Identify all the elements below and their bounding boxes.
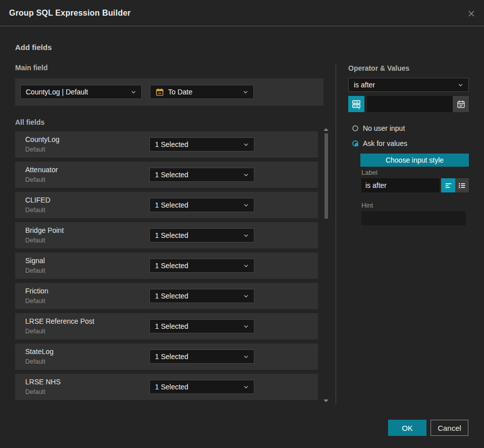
field-name: LRSE NHS (25, 378, 61, 386)
main-field-dropdown-value: CountyLog | Default (26, 88, 128, 96)
field-name: CLIFED (25, 196, 50, 204)
field-name: LRSE Reference Post (25, 317, 94, 325)
scrollbar-down-arrow[interactable] (324, 400, 329, 402)
field-subtitle: Default (25, 237, 45, 244)
operator-values-heading: Operator & Values (348, 64, 409, 72)
calendar-icon (155, 88, 164, 96)
field-subtitle: Default (25, 388, 45, 395)
align-left-lines-icon (444, 181, 453, 190)
label-field-label: Label (361, 169, 378, 176)
close-icon (467, 10, 475, 18)
field-selection-dropdown[interactable]: 1 Selected (149, 198, 254, 212)
field-name: Friction (25, 287, 48, 295)
chevron-down-icon (243, 263, 249, 269)
radio-no-user-input-label: No user input (363, 124, 405, 132)
value-source-button[interactable] (348, 96, 364, 112)
field-subtitle: Default (25, 328, 45, 335)
calendar-icon (457, 100, 465, 109)
choose-input-style-button[interactable]: Choose input style (360, 154, 469, 167)
label-input[interactable] (361, 178, 440, 192)
field-selection-value: 1 Selected (155, 201, 240, 209)
list-value-style-button[interactable] (455, 178, 469, 192)
cancel-button[interactable]: Cancel (431, 420, 468, 436)
dialog-title: Group SQL Expression Builder (9, 9, 131, 18)
stacked-values-icon (351, 99, 361, 109)
field-row: CLIFED Default 1 Selected (15, 192, 318, 218)
field-row: StateLog Default 1 Selected (15, 343, 318, 370)
chevron-down-icon (243, 354, 249, 360)
field-name: Bridge Point (25, 226, 64, 234)
field-row: Signal Default 1 Selected (15, 253, 318, 279)
field-row: LRSE Reference Post Default 1 Selected (15, 313, 318, 339)
field-subtitle: Default (25, 297, 45, 305)
all-fields-list: CountyLog Default 1 Selected Attenuator … (15, 131, 318, 404)
scrollbar-thumb[interactable] (325, 133, 328, 219)
hint-field-label: Hint (361, 202, 373, 209)
chevron-down-icon (243, 293, 249, 299)
radio-ask-for-values-label: Ask for values (363, 139, 407, 147)
chevron-down-icon (243, 89, 248, 95)
field-selection-dropdown[interactable]: 1 Selected (149, 289, 254, 303)
field-selection-dropdown[interactable]: 1 Selected (149, 319, 254, 333)
field-row: Friction Default 1 Selected (15, 283, 318, 309)
field-subtitle: Default (25, 146, 45, 153)
chevron-down-icon (243, 203, 249, 208)
field-row: Attenuator Default 1 Selected (15, 162, 318, 188)
main-field-dropdown[interactable]: CountyLog | Default (20, 85, 142, 99)
field-selection-value: 1 Selected (155, 140, 240, 148)
field-row: LRSE NHS Default 1 Selected (15, 374, 318, 400)
all-fields-label: All fields (15, 118, 44, 126)
date-type-dropdown-value: To Date (168, 88, 240, 96)
group-sql-expression-builder-dialog: Group SQL Expression Builder Add fields … (0, 0, 484, 448)
field-selection-dropdown[interactable]: 1 Selected (149, 137, 254, 152)
field-selection-value: 1 Selected (155, 322, 240, 330)
field-name: StateLog (25, 347, 53, 356)
title-bar: Group SQL Expression Builder (0, 0, 484, 26)
field-selection-value: 1 Selected (155, 383, 240, 391)
field-subtitle: Default (25, 207, 45, 214)
date-type-dropdown[interactable]: To Date (150, 85, 254, 99)
field-selection-dropdown[interactable]: 1 Selected (149, 228, 254, 242)
main-field-label: Main field (15, 64, 48, 72)
field-selection-value: 1 Selected (155, 231, 240, 239)
chevron-down-icon (243, 324, 249, 329)
panel-divider (336, 63, 336, 404)
field-selection-value: 1 Selected (155, 353, 240, 361)
radio-ask-for-values[interactable]: Ask for values (352, 139, 407, 147)
close-button[interactable] (467, 9, 476, 18)
field-selection-dropdown[interactable]: 1 Selected (149, 380, 254, 394)
field-selection-value: 1 Selected (155, 262, 240, 270)
field-selection-dropdown[interactable]: 1 Selected (149, 350, 254, 364)
chevron-down-icon (131, 89, 136, 95)
main-field-strip: CountyLog | Default To Date (15, 78, 324, 106)
hint-input[interactable] (361, 211, 466, 225)
chevron-down-icon (243, 233, 249, 238)
field-selection-dropdown[interactable]: 1 Selected (149, 259, 254, 273)
operator-dropdown-value: is after (354, 81, 455, 89)
field-row: Bridge Point Default 1 Selected (15, 222, 318, 248)
field-selection-value: 1 Selected (155, 292, 240, 300)
radio-no-user-input[interactable]: No user input (352, 124, 405, 132)
add-fields-heading: Add fields (15, 43, 52, 52)
field-row: CountyLog Default 1 Selected (15, 131, 318, 158)
chevron-down-icon (243, 172, 249, 178)
bullet-list-icon (458, 181, 466, 190)
field-subtitle: Default (25, 176, 45, 183)
operator-dropdown[interactable]: is after (348, 78, 469, 92)
radio-circle[interactable] (352, 140, 358, 146)
chevron-down-icon (458, 82, 463, 88)
field-name: Attenuator (25, 166, 58, 174)
field-selection-dropdown[interactable]: 1 Selected (149, 168, 254, 182)
field-subtitle: Default (25, 267, 45, 274)
field-selection-value: 1 Selected (155, 171, 240, 179)
chevron-down-icon (243, 384, 249, 390)
radio-circle[interactable] (352, 125, 358, 131)
date-picker-button[interactable] (453, 96, 469, 112)
chevron-down-icon (243, 142, 249, 147)
field-subtitle: Default (25, 358, 45, 365)
scrollbar-up-arrow[interactable] (324, 128, 329, 131)
field-name: Signal (25, 257, 45, 265)
single-value-style-button[interactable] (441, 178, 455, 192)
ok-button[interactable]: OK (388, 420, 426, 436)
value-input[interactable] (367, 96, 453, 112)
